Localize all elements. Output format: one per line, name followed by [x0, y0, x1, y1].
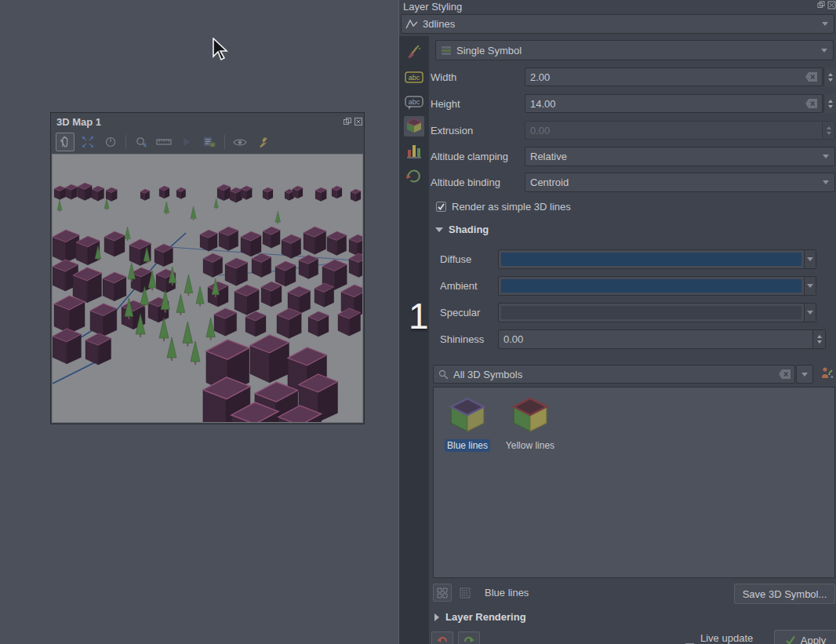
paintbrush-icon [405, 42, 423, 61]
shininess-spinner[interactable] [812, 330, 825, 348]
ambient-color-button[interactable] [498, 276, 816, 296]
svg-text:abc: abc [409, 74, 420, 82]
clear-field-icon[interactable] [805, 99, 817, 108]
export-scene-icon[interactable] [200, 133, 219, 151]
search-icon [438, 369, 449, 380]
save-3d-symbol-button[interactable]: Save 3D Symbol... [734, 584, 835, 604]
apply-check-icon [785, 635, 796, 644]
configure-wrench-icon[interactable] [253, 133, 272, 151]
blue-lines-cube-icon [448, 425, 487, 437]
mask-abc-icon: abc [405, 96, 423, 113]
tab-history[interactable] [404, 166, 424, 187]
labels-abc-icon: abc [405, 71, 423, 86]
extrusion-spinner [822, 122, 834, 139]
shading-section-header[interactable]: Shading [435, 224, 489, 235]
map-toolbar [56, 132, 272, 152]
symbol-item-blue-lines[interactable]: Blue lines [440, 395, 495, 452]
collapse-arrow-icon [435, 227, 443, 232]
undo-button[interactable] [431, 631, 453, 644]
styling-tab-strip: abc abc [399, 36, 429, 644]
chevron-down-icon [823, 180, 829, 184]
diffuse-color-button[interactable] [498, 249, 816, 269]
step-number-overlay: 1 [409, 295, 429, 337]
yellow-lines-cube-icon [511, 425, 550, 437]
renderer-selector[interactable]: Single Symbol [435, 40, 834, 60]
list-view-icon[interactable] [456, 584, 474, 602]
chevron-down-icon [822, 22, 828, 26]
zoom-full-icon[interactable] [78, 133, 97, 151]
map-window-title: 3D Map 1 [56, 116, 101, 128]
identify-icon[interactable] [132, 133, 151, 151]
altitude-clamping-label: Altitude clamping [431, 151, 508, 162]
expand-arrow-icon [434, 613, 439, 621]
filter-dropdown-button[interactable] [796, 365, 813, 384]
height-spinner[interactable] [823, 94, 836, 113]
width-label: Width [431, 71, 456, 83]
toolbar-separator [224, 135, 225, 149]
extrusion-label: Extrusion [431, 125, 473, 136]
altitude-clamping-select[interactable]: Relative [525, 147, 835, 166]
chevron-down-icon[interactable] [804, 304, 816, 322]
float-icon[interactable] [343, 117, 352, 126]
diffuse-label: Diffuse [440, 253, 471, 265]
height-field[interactable]: 14.00 [525, 94, 823, 113]
symbol-item-yellow-lines[interactable]: Yellow lines [503, 395, 558, 452]
effects-eye-icon[interactable] [231, 133, 249, 151]
tab-diagrams[interactable] [404, 141, 424, 162]
extrusion-field: 0.00 [525, 121, 835, 140]
float-icon[interactable] [817, 1, 827, 10]
render-simple-3d-lines-checkbox[interactable] [436, 202, 446, 212]
play-animation-icon[interactable] [177, 133, 196, 151]
specular-label: Specular [440, 307, 480, 318]
map-window: 3D Map 1 [50, 112, 365, 424]
tab-mask[interactable]: abc [404, 94, 424, 115]
close-icon[interactable] [827, 1, 836, 10]
symbol-item-label: Yellow lines [503, 439, 557, 452]
close-icon[interactable] [354, 117, 363, 126]
chevron-down-icon[interactable] [804, 250, 816, 268]
tab-symbology[interactable] [404, 41, 424, 61]
measure-icon[interactable] [154, 133, 173, 151]
chevron-down-icon[interactable] [804, 277, 816, 295]
layer-styling-panel: Layer Styling 3dlines abc abc [398, 0, 836, 644]
panel-title: Layer Styling [403, 1, 462, 13]
render-simple-3d-lines-label: Render as simple 3D lines [452, 201, 571, 213]
shininess-field[interactable]: 0.00 [498, 329, 826, 349]
specular-color-swatch [501, 306, 801, 319]
tab-3d-view[interactable] [404, 116, 424, 136]
layer-selector-value: 3dlines [418, 18, 819, 30]
layer-rendering-section-header[interactable]: Layer Rendering [434, 611, 526, 623]
icon-view-icon[interactable] [433, 584, 452, 602]
symbol-filter-input[interactable]: All 3D Symbols [433, 365, 795, 384]
altitude-binding-select[interactable]: Centroid [525, 173, 835, 192]
toolbar-separator [125, 135, 126, 149]
apply-button[interactable]: Apply [774, 630, 836, 644]
3d-scene-viewport[interactable] [52, 154, 363, 423]
camera-pan-icon[interactable] [56, 133, 75, 151]
clear-field-icon[interactable] [805, 72, 817, 82]
layer-selector[interactable]: 3dlines [401, 14, 834, 34]
redo-button[interactable] [458, 631, 480, 644]
polyline-layer-icon [405, 18, 418, 31]
ambient-color-swatch [501, 279, 801, 293]
orbit-icon[interactable] [101, 133, 120, 151]
diffuse-color-swatch [501, 253, 801, 266]
tab-labels[interactable]: abc [404, 68, 424, 89]
style-manager-icon[interactable]: a [820, 366, 834, 382]
history-icon [405, 167, 423, 187]
current-symbol-name: Blue lines [485, 587, 529, 599]
svg-text:a: a [831, 374, 834, 379]
specular-color-button[interactable] [498, 303, 816, 322]
ambient-label: Ambient [440, 280, 478, 292]
cube-3d-icon [405, 117, 423, 136]
height-label: Height [431, 98, 460, 110]
width-spinner[interactable] [823, 67, 836, 86]
live-update-label: Live update [700, 632, 753, 644]
chevron-down-icon [823, 155, 829, 158]
clear-field-icon[interactable] [779, 369, 791, 379]
width-field[interactable]: 2.00 [525, 67, 823, 86]
single-symbol-icon [441, 45, 452, 56]
mouse-cursor-icon [212, 38, 231, 64]
symbol-list[interactable]: Blue lines Yellow lines [433, 387, 835, 578]
shininess-label: Shininess [440, 333, 484, 345]
